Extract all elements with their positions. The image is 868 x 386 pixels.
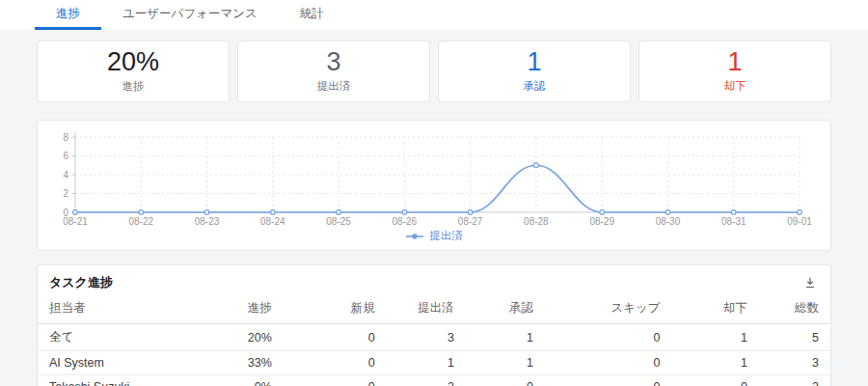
main-content: 20% 進捗 3 提出済 1 承認 1 却下 0246808-2108-2208…	[37, 41, 831, 386]
cell-skipped: 0	[545, 324, 672, 351]
stat-label: 承認	[439, 79, 630, 94]
col-approved: 承認	[466, 294, 545, 324]
svg-text:08-27: 08-27	[458, 216, 483, 227]
stat-card-approved: 1 承認	[438, 41, 631, 102]
cell-submitted: 2	[387, 375, 466, 386]
col-rejected: 却下	[672, 294, 759, 324]
cell-new: 0	[284, 324, 387, 351]
progress-line-chart: 0246808-2108-2208-2308-2408-2508-2608-27…	[38, 125, 830, 228]
svg-text:09-01: 09-01	[787, 216, 812, 227]
stat-value: 20%	[38, 47, 229, 77]
cell-progress: 0%	[196, 375, 283, 386]
cell-skipped: 0	[545, 351, 672, 375]
download-icon	[803, 276, 817, 290]
cell-rejected: 1	[672, 324, 759, 351]
legend-label: 提出済	[429, 229, 463, 243]
svg-text:08-22: 08-22	[128, 216, 153, 227]
stat-card-submitted: 3 提出済	[237, 41, 430, 102]
cell-assignee: Takeshi Suzuki	[38, 375, 196, 386]
line-series-icon	[405, 232, 424, 241]
cell-submitted: 3	[387, 324, 466, 351]
cell-new: 0	[284, 351, 387, 375]
svg-text:08-21: 08-21	[63, 216, 88, 227]
tab-user-performance[interactable]: ユーザーパフォーマンス	[101, 0, 279, 30]
col-submitted: 提出済	[387, 294, 466, 324]
tab-bar: 進捗 ユーザーパフォーマンス 統計	[0, 0, 868, 30]
svg-text:2: 2	[63, 188, 68, 199]
stat-card-progress: 20% 進捗	[37, 41, 230, 102]
stat-value: 1	[639, 47, 830, 77]
table-header-row: 担当者 進捗 新規 提出済 承認 スキップ 却下 総数	[38, 294, 830, 324]
cell-total: 2	[759, 375, 830, 386]
table-row: 全て 20% 0 3 1 0 1 5	[38, 324, 830, 351]
col-progress: 進捗	[196, 294, 283, 324]
table-title: タスク進捗	[49, 274, 113, 291]
task-progress-table: 担当者 進捗 新規 提出済 承認 スキップ 却下 総数 全て 20% 0 3 1	[38, 294, 830, 386]
cell-approved: 1	[466, 351, 545, 375]
stats-row: 20% 進捗 3 提出済 1 承認 1 却下	[37, 41, 831, 102]
table-row: AI System 33% 0 1 1 0 1 3	[38, 351, 830, 375]
svg-text:08-26: 08-26	[393, 216, 418, 227]
legend-item-submitted[interactable]: 提出済	[38, 229, 830, 243]
svg-text:4: 4	[63, 170, 68, 180]
svg-text:8: 8	[63, 132, 68, 143]
stat-card-rejected: 1 却下	[638, 41, 831, 102]
download-button[interactable]	[803, 276, 817, 290]
svg-text:08-24: 08-24	[260, 216, 285, 227]
stat-label: 却下	[639, 79, 830, 94]
stat-label: 提出済	[238, 79, 429, 94]
tab-progress[interactable]: 進捗	[35, 0, 101, 30]
cell-assignee: AI System	[38, 351, 196, 375]
cell-progress: 20%	[196, 324, 283, 351]
svg-text:08-31: 08-31	[721, 216, 746, 227]
col-skipped: スキップ	[545, 294, 672, 324]
svg-text:6: 6	[63, 151, 68, 161]
cell-approved: 1	[466, 324, 545, 351]
cell-approved: 0	[466, 375, 545, 386]
cell-total: 3	[759, 351, 830, 375]
stat-label: 進捗	[38, 79, 229, 94]
svg-text:08-29: 08-29	[589, 216, 614, 227]
svg-text:08-28: 08-28	[524, 216, 549, 227]
stat-value: 1	[439, 47, 630, 77]
cell-assignee: 全て	[38, 324, 196, 351]
svg-text:08-30: 08-30	[656, 216, 681, 227]
cell-total: 5	[759, 324, 830, 351]
col-assignee: 担当者	[38, 294, 196, 324]
svg-text:08-23: 08-23	[195, 216, 220, 227]
cell-submitted: 1	[387, 351, 466, 375]
stat-value: 3	[238, 47, 429, 77]
col-total: 総数	[759, 294, 830, 324]
cell-rejected: 1	[672, 351, 759, 375]
col-new: 新規	[284, 294, 387, 324]
cell-new: 0	[284, 375, 387, 386]
cell-rejected: 0	[672, 375, 759, 386]
cell-progress: 33%	[196, 351, 283, 375]
table-row: Takeshi Suzuki 0% 0 2 0 0 0 2	[38, 375, 830, 386]
svg-text:08-25: 08-25	[326, 216, 351, 227]
cell-skipped: 0	[545, 375, 672, 386]
task-progress-card: タスク進捗 担当者 進捗 新規 提出済 承認 スキップ	[37, 264, 831, 386]
table-header-bar: タスク進捗	[38, 265, 830, 294]
submissions-chart-card: 0246808-2108-2208-2308-2408-2508-2608-27…	[37, 120, 831, 251]
tab-statistics[interactable]: 統計	[279, 0, 345, 30]
